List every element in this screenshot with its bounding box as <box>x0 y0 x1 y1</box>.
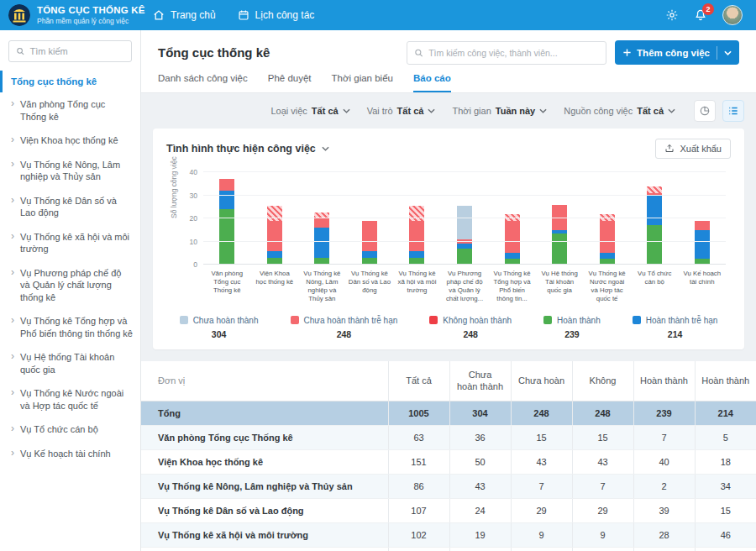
sidebar-item[interactable]: ›Vụ Kế hoạch tài chính <box>0 442 140 466</box>
value-cell: 50 <box>449 450 511 475</box>
brand[interactable]: TỔNG CỤC THỐNG KÊ Phần mềm quản lý công … <box>0 4 141 26</box>
sidebar-item[interactable]: ›Vụ Thống kê Dân số và Lao động <box>0 189 140 225</box>
settings-button[interactable] <box>665 8 679 22</box>
tab-thời-gian-biểu[interactable]: Thời gian biểu <box>332 73 393 92</box>
title-bar: Tổng cục thống kê Thêm công việc Danh sá… <box>141 30 756 93</box>
bar-segment <box>267 221 282 251</box>
export-button[interactable]: Xuất khẩu <box>655 139 731 159</box>
value-cell: 151 <box>388 450 449 475</box>
user-avatar[interactable] <box>722 5 743 25</box>
task-search-input[interactable] <box>428 48 599 58</box>
filter-label: Loại việc <box>270 106 307 116</box>
sidebar-search-input[interactable] <box>29 46 124 56</box>
legend-count: 248 <box>429 329 512 339</box>
x-axis-label: Vụ Phương pháp chế độ và Quản lý chất lư… <box>441 270 489 304</box>
legend-label: Chưa hoàn thành trễ hạn <box>304 316 398 325</box>
tabs: Danh sách công việcPhê duyệtThời gian bi… <box>158 73 739 92</box>
chevron-down-icon <box>322 146 329 151</box>
y-tick-label: 20 <box>190 214 197 223</box>
column-header: Đơn vị <box>141 361 388 401</box>
filter-label: Nguồn công việc <box>564 106 633 116</box>
legend-item[interactable]: Hoàn thành239 <box>543 316 601 339</box>
sidebar-item-label: Vụ Thống kê xã hội và môi trường <box>20 231 134 255</box>
gridline <box>203 218 726 218</box>
sidebar-search[interactable] <box>8 40 132 62</box>
bar-segment <box>647 186 662 193</box>
value-cell: 15 <box>695 499 756 523</box>
tab-danh-sách-công-việc[interactable]: Danh sách công việc <box>158 73 248 92</box>
bar-segment <box>409 251 424 258</box>
list-view-button[interactable] <box>722 100 744 122</box>
chart-bar-column <box>441 172 489 265</box>
legend-item[interactable]: Không hoàn thành248 <box>429 316 512 339</box>
chart-bar-column <box>203 172 251 265</box>
sidebar-item[interactable]: ›Vụ Tổ chức cán bộ <box>0 417 140 442</box>
legend-entry: Hoàn thành trễ hạn <box>633 316 718 325</box>
legend-item[interactable]: Chưa hoàn thành trễ hạn248 <box>291 316 398 339</box>
chart-title-dropdown[interactable]: Tình hình thực hiện công việc <box>166 143 329 155</box>
chevron-down-icon <box>539 108 547 113</box>
filter-select[interactable]: Loại việcTất cả <box>270 106 349 116</box>
chart-bar <box>457 206 472 265</box>
notifications-button[interactable]: 2 <box>694 8 707 22</box>
sidebar-item[interactable]: ›Vụ Hệ thống Tài khoản quốc gia <box>0 345 140 381</box>
sidebar-item[interactable]: ›Vụ Phương pháp chế độ và Quản lý chất l… <box>0 261 140 310</box>
chevron-down-icon[interactable] <box>724 50 732 55</box>
tab-phê-duyệt[interactable]: Phê duyệt <box>268 73 312 92</box>
legend-count: 214 <box>633 329 718 339</box>
chart-bar <box>409 206 424 265</box>
filter-select[interactable]: Vai tròTất cả <box>367 106 436 116</box>
chart-bar <box>600 214 615 265</box>
task-search[interactable] <box>407 41 606 65</box>
gso-logo-icon <box>8 4 30 26</box>
chart-bar <box>219 179 234 265</box>
chart-bar <box>647 186 662 265</box>
sidebar-item-label: Vụ Thống kê Nước ngoài và Hợp tác quốc t… <box>20 387 134 412</box>
legend-color-chip <box>633 316 641 324</box>
value-cell: 102 <box>388 523 449 548</box>
table-row: Viện Khoa học thống kê1515043434018 <box>141 450 756 475</box>
chart-bar <box>695 221 710 265</box>
value-cell: 9 <box>572 523 633 548</box>
bar-segment <box>695 221 710 230</box>
legend-color-chip <box>180 316 188 324</box>
value-cell: 43 <box>572 450 633 475</box>
sidebar-item[interactable]: ›Viện Khoa học thống kê <box>0 129 140 153</box>
bar-segment <box>695 230 710 259</box>
value-cell: 2 <box>633 475 695 499</box>
table-row: Vụ Thống kê Dân số và Lao động1072429293… <box>141 499 756 523</box>
chevron-down-icon <box>668 108 675 113</box>
chevron-down-icon <box>428 108 435 113</box>
nav-calendar[interactable]: Lịch công tác <box>238 9 315 21</box>
legend-entry: Hoàn thành <box>543 316 601 325</box>
legend-item[interactable]: Hoàn thành trễ hạn214 <box>633 316 718 339</box>
sidebar-item[interactable]: ›Vụ Thống kê Nước ngoài và Hợp tác quốc … <box>0 381 140 417</box>
tab-báo-cáo[interactable]: Báo cáo <box>413 73 451 92</box>
value-cell: 304 <box>449 401 511 426</box>
legend-color-chip <box>291 316 299 324</box>
filters: Loại việcTất cảVai tròTất cảThời gianTuầ… <box>270 106 675 116</box>
chart-bar <box>505 214 520 265</box>
button-divider <box>717 46 717 60</box>
chart-bar-column <box>583 172 631 265</box>
sidebar-item[interactable]: ›Vụ Thống kê xã hội và môi trường <box>0 225 140 261</box>
top-header: TỔNG CỤC THỐNG KÊ Phần mềm quản lý công … <box>0 0 756 30</box>
chart-bar-column <box>251 172 299 265</box>
sidebar-item-label: Vụ Thống kê Dân số và Lao động <box>20 195 134 219</box>
legend-count: 248 <box>291 329 398 339</box>
sidebar-item[interactable]: ›Vụ Thống kê Nông, Lâm nghiệp và Thủy sả… <box>0 153 140 189</box>
search-icon <box>16 46 24 56</box>
value-cell: 86 <box>388 475 449 499</box>
filter-select[interactable]: Nguồn công việcTất cả <box>564 106 675 116</box>
sidebar-item-root[interactable]: Tổng cục thống kê <box>0 71 140 92</box>
bar-segment <box>552 234 567 265</box>
sidebar-item[interactable]: ›Vụ Thống kê Tổng hợp và Phổ biến thông … <box>0 309 140 345</box>
filter-select[interactable]: Thời gianTuần này <box>452 106 547 116</box>
legend-item[interactable]: Chưa hoàn thành304 <box>180 316 259 339</box>
chart-view-button[interactable] <box>694 100 716 122</box>
gear-icon <box>665 8 679 22</box>
bar-segment <box>219 191 234 209</box>
sidebar-item[interactable]: ›Văn phòng Tổng cục Thống kê <box>0 92 140 129</box>
nav-home[interactable]: Trang chủ <box>153 9 216 21</box>
add-task-button[interactable]: Thêm công việc <box>615 40 739 65</box>
